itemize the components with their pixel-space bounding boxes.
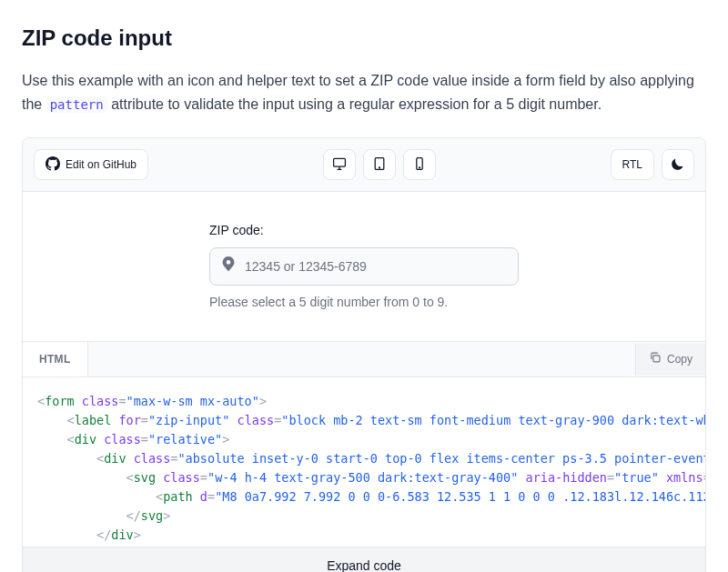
- copy-icon: [649, 351, 662, 368]
- tablet-icon: [372, 156, 387, 174]
- zip-helper-text: Please select a 5 digit number from 0 to…: [209, 293, 519, 312]
- svg-point-2: [379, 167, 379, 168]
- mobile-view-button[interactable]: [403, 149, 436, 180]
- code-area: <form class="max-w-sm mx-auto"> <label f…: [23, 377, 705, 572]
- mobile-icon: [412, 156, 427, 174]
- svg-rect-0: [333, 158, 345, 166]
- edit-on-github-label: Edit on GitHub: [66, 158, 136, 171]
- inline-code-pattern: pattern: [46, 96, 107, 113]
- page-title: ZIP code input: [22, 22, 706, 55]
- github-icon: [46, 156, 60, 174]
- rtl-label: RTL: [622, 158, 642, 171]
- section-description: Use this example with an icon and helper…: [22, 69, 706, 115]
- expand-code-button[interactable]: Expand code: [23, 547, 705, 572]
- moon-icon: [671, 156, 685, 174]
- svg-rect-5: [653, 356, 660, 362]
- zip-label: ZIP code:: [209, 221, 519, 240]
- tab-html[interactable]: HTML: [23, 342, 88, 376]
- desktop-icon: [332, 156, 347, 174]
- edit-on-github-button[interactable]: Edit on GitHub: [34, 149, 148, 180]
- desktop-view-button[interactable]: [323, 149, 356, 180]
- tablet-view-button[interactable]: [363, 149, 396, 180]
- zip-input[interactable]: [245, 259, 507, 274]
- example-card: Edit on GitHub RTL: [22, 137, 706, 572]
- preview-area: ZIP code: Please select a 5 digit number…: [23, 192, 705, 341]
- dark-mode-toggle-button[interactable]: [662, 149, 694, 180]
- code-tabs: HTML Copy: [23, 341, 705, 377]
- desc-after: attribute to validate the input using a …: [111, 96, 602, 112]
- rtl-toggle-button[interactable]: RTL: [611, 149, 654, 180]
- zip-input-wrapper[interactable]: [209, 247, 519, 286]
- code-block: <form class="max-w-sm mx-auto"> <label f…: [23, 377, 705, 547]
- example-toolbar: Edit on GitHub RTL: [23, 138, 705, 192]
- copy-label: Copy: [667, 351, 693, 367]
- svg-point-4: [419, 167, 420, 168]
- map-pin-icon: [221, 256, 236, 277]
- copy-button[interactable]: Copy: [635, 344, 705, 376]
